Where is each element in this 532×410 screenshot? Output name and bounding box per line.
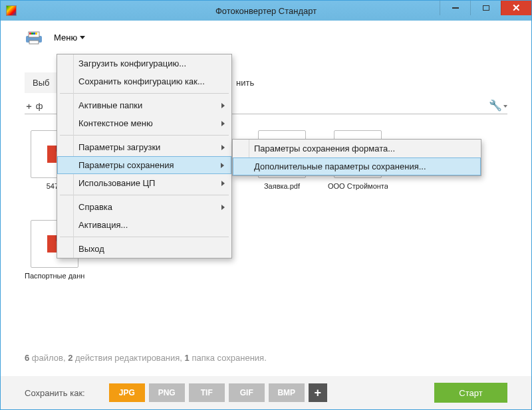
window-buttons [440, 1, 531, 15]
menu-separator [60, 93, 229, 94]
close-button[interactable] [501, 1, 531, 15]
menu-item[interactable]: Загрузить конфигурацию... [57, 54, 231, 72]
menu-item[interactable]: Сохранить конфигурацию как... [57, 72, 231, 90]
format-gif[interactable]: GIF [229, 383, 265, 402]
minimize-button[interactable] [440, 1, 470, 15]
main-menu-dropdown: Загрузить конфигурацию...Сохранить конфи… [57, 54, 232, 258]
svg-rect-6 [29, 41, 39, 44]
format-jpg[interactable]: JPG [109, 383, 145, 402]
save-as-label: Сохранить как: [25, 388, 85, 398]
menu-item[interactable]: Контекстное меню [57, 114, 231, 132]
menu-item[interactable]: Параметры загрузки [57, 138, 231, 156]
submenu-item[interactable]: Параметры сохранения формата... [233, 140, 481, 157]
save-params-submenu: Параметры сохранения формата...Дополните… [232, 139, 481, 176]
top-toolbar: Меню [25, 30, 90, 45]
menu-button[interactable]: Меню [49, 30, 90, 45]
format-buttons: JPGPNGTIFGIFBMP+ [109, 383, 331, 402]
svg-rect-5 [35, 33, 37, 35]
caret-down-icon [503, 105, 507, 108]
bottom-bar: Сохранить как: JPGPNGTIFGIFBMP+ Старт [1, 376, 531, 409]
app-logo-icon [25, 31, 43, 45]
menu-separator [60, 135, 229, 136]
format-png[interactable]: PNG [149, 383, 185, 402]
tab-save-fragment: нить [236, 78, 254, 88]
thumb-caption: Заявка.pdf [252, 182, 312, 190]
chevron-right-icon [221, 145, 225, 150]
status-text: 6 файлов, 2 действия редактирования, 1 п… [25, 353, 267, 363]
menu-item[interactable]: Активация... [57, 216, 231, 234]
menu-item[interactable]: Выход [57, 240, 231, 258]
format-bmp[interactable]: BMP [269, 383, 305, 402]
svg-rect-3 [31, 33, 33, 35]
thumb-caption: Паспортные данные.pdf [25, 272, 84, 280]
menu-item[interactable]: Справка [57, 198, 231, 216]
menu-item[interactable]: Активные папки [57, 96, 231, 114]
svg-rect-4 [33, 33, 35, 35]
start-button[interactable]: Старт [434, 383, 507, 403]
add-files-label[interactable]: ＋ ф [25, 100, 43, 112]
menu-separator [60, 195, 229, 195]
menu-item[interactable]: Параметры сохранения [57, 156, 231, 174]
chevron-right-icon [221, 181, 225, 186]
chevron-right-icon [221, 103, 225, 108]
chevron-right-icon [221, 121, 225, 126]
maximize-button[interactable] [470, 1, 501, 15]
menu-separator [60, 237, 229, 237]
format-add-button[interactable]: + [309, 383, 327, 402]
caret-down-icon [80, 36, 85, 39]
chevron-right-icon [221, 205, 225, 210]
thumb-caption: ООО Строймонтаж.pdf [328, 182, 388, 190]
submenu-item[interactable]: Дополнительные параметры сохранения... [233, 157, 481, 175]
settings-button[interactable]: 🔧 [489, 99, 507, 112]
menu-button-label: Меню [54, 33, 77, 43]
titlebar: Фотоконвертер Стандарт [1, 1, 531, 21]
format-tif[interactable]: TIF [189, 383, 225, 402]
chevron-right-icon [221, 163, 224, 168]
content-area: Меню Выб нить ＋ ф 🔧 5475fЗаявка.pdfООО С… [1, 21, 531, 409]
tab-select[interactable]: Выб [25, 72, 57, 93]
svg-rect-2 [29, 33, 31, 35]
menu-item[interactable]: Использование ЦП [57, 174, 231, 192]
